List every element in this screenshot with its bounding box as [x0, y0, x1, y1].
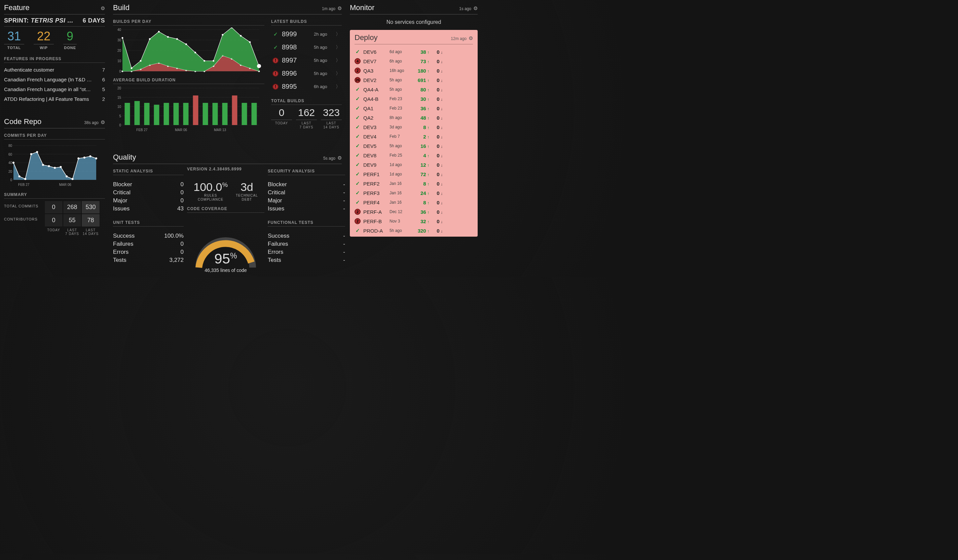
svg-text:MAR 06: MAR 06	[175, 128, 187, 132]
alert-icon: !	[273, 57, 279, 63]
stat-done: 9	[63, 29, 77, 44]
quality-ago: 5s ago	[323, 156, 335, 161]
total-commits-today: 0	[44, 201, 63, 214]
deploy-row[interactable]: ✓PERF2Jan 1680	[355, 179, 473, 188]
feature-row[interactable]: Authenticate customer7	[4, 65, 105, 74]
svg-text:0: 0	[119, 123, 121, 127]
static-analysis-values: Blocker0Critical0Major0Issues43	[113, 180, 184, 215]
metric-row: Failures0	[113, 240, 184, 248]
build-row[interactable]: ✓89992h ago〉	[271, 28, 342, 41]
deploy-row[interactable]: ✓QA1Feb 23360	[355, 104, 473, 113]
check-icon: ✓	[273, 44, 279, 51]
metric-row: Tests3,272	[113, 256, 184, 264]
sprint-line: SPRINT: TETRIS PSI … 6 DAYS	[4, 17, 105, 27]
avg-build-duration-label: AVERAGE BUILD DURATION	[113, 78, 264, 84]
svg-point-18	[60, 166, 62, 168]
quality-title-text: Quality	[113, 153, 136, 162]
svg-text:20: 20	[117, 86, 121, 90]
deploy-row[interactable]: 26DEV25h ago6910	[355, 75, 473, 85]
check-icon: ✓	[355, 49, 361, 55]
gear-icon[interactable]: ⚙	[337, 5, 342, 11]
svg-rect-82	[144, 103, 150, 125]
gear-icon[interactable]: ⚙	[101, 5, 105, 11]
total-builds-label: TOTAL BUILDS	[271, 98, 342, 105]
gear-icon[interactable]: ⚙	[469, 35, 473, 41]
svg-point-19	[66, 176, 68, 177]
monitor-title: Monitor 1s ago ⚙	[350, 3, 477, 14]
svg-point-14	[36, 151, 38, 153]
deploy-row[interactable]: ✓QA4-BFeb 23300	[355, 94, 473, 104]
svg-text:40: 40	[8, 161, 13, 165]
feature-row[interactable]: Canadian French Language in all "ot…5	[4, 84, 105, 94]
gear-icon[interactable]: ⚙	[337, 155, 342, 161]
svg-text:30: 30	[117, 38, 121, 42]
svg-point-12	[24, 178, 26, 180]
rules-compliance-label: RULES COMPLIANCE	[194, 194, 228, 202]
deploy-row[interactable]: ✓QA4-A5h ago800	[355, 85, 473, 94]
feature-row[interactable]: ATDD Refactoring | All Feature Teams2	[4, 94, 105, 104]
svg-text:10: 10	[117, 105, 121, 109]
feature-row[interactable]: Canadian French Language (In T&D …6	[4, 74, 105, 84]
build-row[interactable]: !89965h ago〉	[271, 67, 342, 80]
svg-text:MAR 13: MAR 13	[214, 128, 226, 132]
stat-wip-label: WIP	[33, 46, 54, 50]
total-commits-last7: 268	[63, 201, 81, 214]
build-row[interactable]: !89975h ago〉	[271, 54, 342, 67]
deploy-row[interactable]: ✓PROD-A5h ago3200	[355, 226, 473, 235]
stat-done-label: DONE	[63, 46, 77, 50]
svg-point-64	[222, 34, 224, 36]
error-badge-icon: 2	[355, 209, 361, 215]
chevron-right-icon: 〉	[336, 57, 340, 63]
deploy-row[interactable]: ✓DEV55h ago160	[355, 141, 473, 150]
svg-point-61	[194, 52, 196, 54]
metric-row: Critical0	[113, 188, 184, 197]
svg-point-15	[42, 164, 44, 166]
deploy-row[interactable]: ✓PERF3Jan 16240	[355, 188, 473, 198]
metric-row: Major0	[113, 197, 184, 205]
error-badge-icon: 4	[355, 58, 361, 64]
gear-icon[interactable]: ⚙	[101, 119, 105, 125]
summary-label: SUMMARY	[4, 192, 105, 199]
svg-text:60: 60	[8, 153, 13, 156]
check-icon: ✓	[355, 115, 361, 121]
svg-point-59	[176, 38, 178, 40]
build-row[interactable]: ✓89985h ago〉	[271, 41, 342, 54]
deploy-row[interactable]: 2QA316h ago1800	[355, 66, 473, 75]
svg-text:80: 80	[8, 144, 13, 147]
svg-point-11	[19, 176, 21, 177]
builds-per-day-chart: 010203040	[113, 28, 264, 76]
check-icon: ✓	[355, 133, 361, 139]
svg-rect-89	[213, 103, 218, 125]
gear-icon[interactable]: ⚙	[473, 5, 477, 11]
deploy-row[interactable]: ✓QA28h ago480	[355, 113, 473, 122]
metric-row: Major-	[268, 197, 345, 205]
svg-text:5: 5	[119, 114, 121, 118]
svg-rect-84	[164, 103, 169, 125]
monitor-ago: 1s ago	[459, 6, 471, 11]
deploy-row[interactable]: ✓PERF11d ago720	[355, 169, 473, 179]
build-row[interactable]: !89956h ago〉	[271, 80, 342, 93]
metric-row: Errors-	[268, 248, 345, 256]
deploy-row[interactable]: ✓DEV8Feb 2540	[355, 150, 473, 160]
sprint-prefix: SPRINT:	[4, 17, 29, 24]
svg-point-60	[186, 43, 187, 45]
check-icon: ✓	[273, 31, 279, 37]
deploy-row[interactable]: ✓DEV91d ago120	[355, 160, 473, 169]
svg-rect-93	[252, 103, 257, 125]
deploy-row[interactable]: ✓DEV33d ago80	[355, 122, 473, 132]
total-commits-last14: 530	[81, 201, 100, 214]
deploy-row[interactable]: ✓DEV66d ago380	[355, 47, 473, 57]
contributors-label: CONTRIBUTORS	[4, 214, 44, 227]
svg-point-54	[131, 67, 133, 69]
deploy-row[interactable]: ✓PERF4Jan 1680	[355, 198, 473, 207]
deploy-row[interactable]: 2PERF-BNov 3320	[355, 217, 473, 226]
deploy-list: ✓DEV66d ago3804DEV76h ago7302QA316h ago1…	[355, 47, 473, 235]
features-in-progress-label: FEATURES IN PROGRESS	[4, 57, 105, 63]
contributors-today: 0	[44, 214, 63, 227]
check-icon: ✓	[355, 171, 361, 177]
deploy-row[interactable]: 2PERF-ADec 12360	[355, 207, 473, 217]
deploy-row[interactable]: ✓DEV4Feb 720	[355, 132, 473, 141]
builds-per-day-label: BUILDS PER DAY	[113, 19, 264, 25]
deploy-row[interactable]: 4DEV76h ago730	[355, 57, 473, 66]
svg-rect-90	[222, 103, 228, 125]
